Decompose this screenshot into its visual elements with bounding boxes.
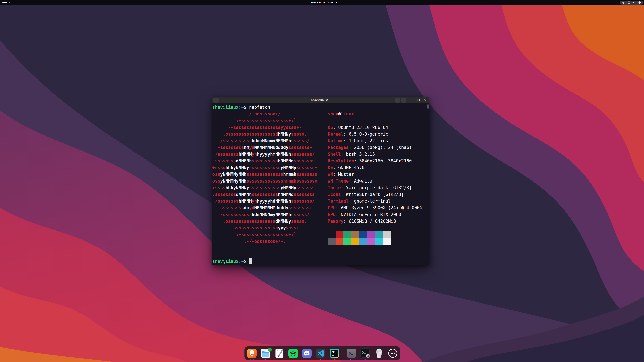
dock-item-terminal-icon[interactable] (346, 348, 357, 359)
info-value: NVIDIA GeForce RTX 2060 (341, 212, 401, 217)
info-value: GNOME 45.0 (338, 165, 364, 170)
info-label: GPU (328, 212, 336, 217)
info-value: gnome-terminal (354, 199, 391, 204)
maximize-button[interactable] (416, 97, 421, 103)
info-label: Shell (328, 152, 341, 157)
dock-item-terminal-helm-icon[interactable] (360, 348, 371, 359)
info-value: Ubuntu 23.10 x86_64 (338, 125, 388, 130)
info-label: CPU (328, 205, 336, 210)
power-icon (638, 1, 641, 4)
info-value: 6185MiB / 64202MiB (349, 219, 396, 224)
info-label: OS (328, 125, 333, 130)
system-tray-pill[interactable] (620, 0, 643, 4)
info-value: 1 hour, 22 mins (349, 138, 388, 143)
info-label: Packages (328, 145, 349, 150)
palette-block (336, 231, 344, 238)
dock-item-text-editor-icon[interactable] (274, 348, 285, 359)
info-label: Kernel (328, 132, 344, 137)
vpn-shield-icon (628, 1, 630, 4)
info-value: 6.5.0-9-generic (349, 132, 388, 137)
palette-block (375, 238, 383, 245)
palette-block (367, 238, 375, 245)
info-value: Mutter (338, 172, 354, 177)
new-tab-button[interactable] (214, 97, 218, 103)
dock-item-trash-icon[interactable] (374, 348, 384, 359)
running-indicator-dots (360, 360, 371, 361)
minimize-button[interactable] (410, 97, 414, 103)
search-button[interactable] (395, 97, 400, 103)
terminal-content[interactable]: shav@linux:~$ neofetch .-/+oossssoo+/-. … (212, 103, 429, 265)
running-indicator-dots (315, 360, 326, 361)
notification-dot-icon (336, 2, 338, 3)
palette-block (351, 231, 359, 238)
dock-item-spotify-icon[interactable] (288, 348, 298, 359)
info-label: Uptime (328, 138, 344, 143)
info-value: WhiteSur-dark [GTK2/3] (346, 192, 404, 197)
palette-block (383, 231, 391, 238)
running-indicator-dots (346, 360, 357, 361)
close-button[interactable] (423, 97, 428, 103)
shell-prompt: shav@linux:~$ (212, 258, 252, 265)
dock-item-files-icon[interactable]: 1 (260, 348, 271, 359)
info-label: WM (328, 172, 333, 177)
window-titlebar[interactable]: shav@linux: ~ (212, 97, 429, 104)
info-value: 2058 (dpkg), 24 (snap) (354, 145, 412, 150)
palette-block (383, 238, 391, 245)
terminal-window: shav@linux: ~ shav@linux:~$ neofetch .-/… (212, 97, 429, 265)
wifi-icon (622, 1, 625, 4)
volume-icon (633, 1, 636, 4)
info-value: AMD Ryzen 9 3900X (24) @ 4.000G (341, 205, 422, 210)
palette-block (328, 231, 336, 238)
neofetch-info: shav@linux ---------- OS: Ubuntu 23.10 x… (328, 111, 422, 245)
neofetch-art: .-/+oossssoo+/-. `:+ssssssssssssssssss+:… (212, 111, 317, 245)
scrollbar-thumb[interactable] (428, 104, 429, 109)
menu-button[interactable] (401, 97, 406, 103)
info-label: DE (328, 165, 333, 170)
info-value: Yaru-purple-dark [GTK2/3] (346, 185, 412, 190)
dock-item-vscode-icon[interactable] (315, 348, 326, 359)
palette-block (359, 231, 367, 238)
prompt-path: ~ (241, 105, 244, 110)
dock: 1PC (244, 346, 400, 360)
dock-separator (343, 349, 343, 357)
running-indicator-dots (246, 360, 257, 361)
info-label: Resolution (328, 158, 354, 163)
top-bar: Mon Oct 16 21:29 (0, 0, 644, 5)
palette-block (336, 238, 344, 245)
palette-block (359, 238, 367, 245)
svg-text:PC: PC (332, 351, 334, 354)
palette-block (367, 231, 375, 238)
running-indicator-dots (329, 360, 340, 361)
clock-button[interactable]: Mon Oct 16 21:29 (0, 0, 644, 5)
notification-badge: 1 (268, 348, 272, 352)
palette-block (375, 231, 383, 238)
terminal-cursor (249, 258, 252, 265)
info-value: 3840x2160, 3840x2160 (359, 158, 412, 163)
dock-item-brave-icon[interactable] (246, 348, 257, 359)
palette-block (351, 238, 359, 245)
dock-item-discord-icon[interactable] (302, 348, 312, 359)
info-label: WM Theme (328, 178, 349, 184)
info-label: Theme (328, 185, 341, 190)
typed-command: neofetch (249, 105, 270, 110)
command-line: shav@linux:~$ neofetch (212, 104, 270, 111)
running-indicator-dots (260, 360, 271, 361)
palette-block (344, 231, 351, 238)
prompt-user-host: shav@linux (212, 105, 239, 110)
info-label: Icons (328, 192, 341, 197)
info-label: Memory (328, 219, 344, 224)
dock-item-show-apps-icon[interactable] (388, 348, 398, 359)
info-value: Adwaita (354, 178, 372, 184)
dock-item-pycharm-icon[interactable]: PC (329, 348, 340, 359)
palette-block (344, 238, 351, 245)
palette-block (328, 238, 336, 245)
info-value: bash 5.2.15 (346, 152, 375, 157)
info-label: Terminal (328, 199, 349, 204)
